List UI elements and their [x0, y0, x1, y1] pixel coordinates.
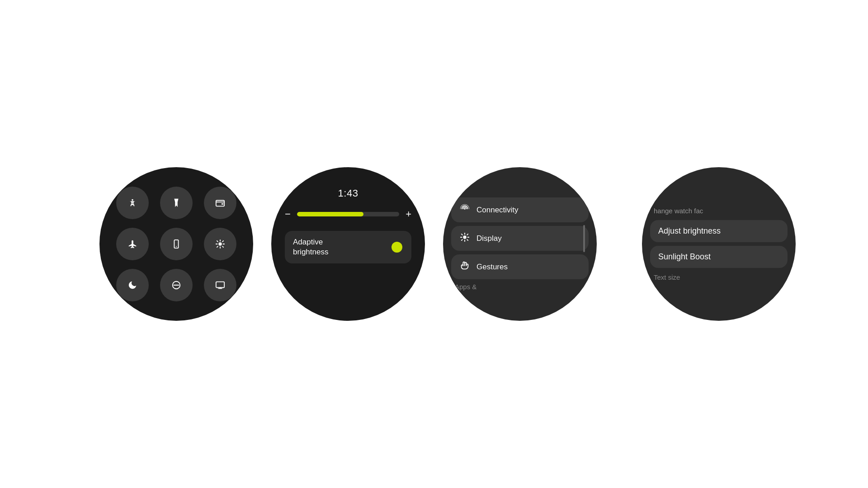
control-grid [99, 167, 253, 321]
theatre-button[interactable] [204, 269, 236, 301]
brightness-decrease-button[interactable]: − [285, 208, 291, 220]
svg-line-28 [467, 239, 468, 240]
connectivity-label: Connectivity [476, 206, 519, 215]
svg-line-12 [217, 241, 218, 242]
svg-line-13 [223, 246, 224, 247]
toggle-knob [392, 242, 402, 253]
do-not-disturb-button[interactable] [160, 269, 193, 301]
svg-rect-2 [134, 202, 135, 202]
brightness-screen: 1:43 − + Adaptivebrightness [271, 167, 425, 321]
brightness-increase-button[interactable]: + [406, 208, 411, 220]
settings-screen: Connectivity Display [443, 167, 597, 321]
brightness-slider-track[interactable] [297, 212, 399, 216]
adjust-brightness-item[interactable]: Adjust brightness [650, 220, 788, 242]
svg-point-21 [464, 208, 466, 210]
svg-point-0 [132, 199, 133, 201]
change-watch-face-partial: hange watch fac [650, 207, 703, 215]
gestures-label: Gestures [476, 263, 508, 272]
gestures-menu-item[interactable]: Gestures [451, 254, 589, 279]
display-icon [459, 232, 470, 244]
phone-button[interactable] [160, 228, 193, 260]
adaptive-brightness-label: Adaptivebrightness [293, 237, 328, 257]
sunlight-boost-label: Sunlight Boost [658, 252, 711, 262]
svg-line-14 [223, 241, 224, 242]
svg-line-29 [467, 234, 468, 235]
watch-settings: Connectivity Display [443, 167, 597, 321]
svg-line-15 [217, 246, 218, 247]
svg-line-27 [462, 234, 462, 235]
svg-point-7 [219, 242, 222, 245]
svg-rect-18 [216, 282, 224, 287]
brightness-slider-fill [297, 212, 363, 216]
scroll-indicator [583, 225, 585, 252]
display-menu-item[interactable]: Display [451, 226, 589, 251]
flashlight-button[interactable] [160, 187, 193, 219]
brightness-slider-row: − + [285, 208, 411, 220]
connectivity-menu-item[interactable]: Connectivity [451, 197, 589, 222]
wallet-button[interactable] [204, 187, 236, 219]
gestures-icon [459, 261, 470, 273]
svg-point-22 [463, 235, 466, 239]
sunlight-boost-item[interactable]: Sunlight Boost [650, 246, 788, 268]
svg-rect-4 [222, 203, 224, 205]
svg-line-30 [462, 239, 462, 240]
brightness-button[interactable] [204, 228, 236, 260]
airplane-button[interactable] [116, 228, 149, 260]
svg-point-6 [176, 246, 177, 247]
svg-rect-5 [174, 240, 178, 248]
sleep-button[interactable] [116, 269, 149, 301]
adjust-brightness-label: Adjust brightness [658, 226, 721, 236]
apps-partial-label: Apps & [451, 283, 476, 291]
adaptive-brightness-row[interactable]: Adaptivebrightness [285, 231, 411, 263]
watch-display-settings: hange watch fac Adjust brightness Sunlig… [642, 167, 796, 321]
accessibility-button[interactable] [116, 187, 149, 219]
connectivity-icon [459, 204, 470, 216]
svg-rect-1 [130, 202, 131, 202]
adaptive-brightness-toggle[interactable] [382, 241, 403, 253]
display-settings-screen: hange watch fac Adjust brightness Sunlig… [642, 167, 796, 321]
time-display: 1:43 [338, 188, 359, 199]
text-size-partial: Text size [650, 273, 680, 281]
display-label: Display [476, 234, 502, 243]
watch-control-center [99, 167, 253, 321]
watch-brightness: 1:43 − + Adaptivebrightness [271, 167, 425, 321]
